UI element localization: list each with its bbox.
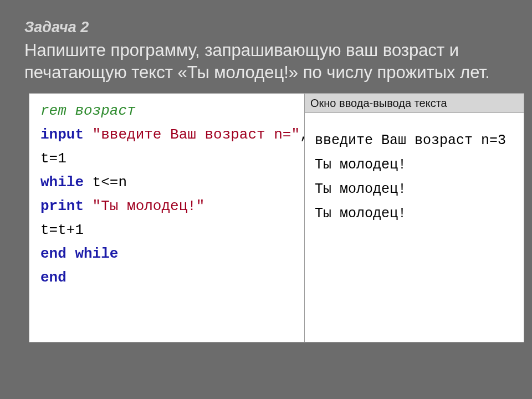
code-line: t=1 (40, 147, 298, 171)
io-column: Окно ввода-вывода текста введите Ваш воз… (305, 93, 524, 342)
code-line: input "введите Ваш возраст n=",n (40, 123, 298, 147)
io-line: Ты молодец! (315, 153, 517, 177)
code-keyword: print (40, 198, 84, 214)
code-line: end while (40, 242, 298, 266)
code-keyword: end while (40, 245, 118, 262)
code-text: t<=n (84, 174, 127, 191)
code-keyword: end (40, 269, 66, 286)
io-line: введите Ваш возраст n=3 (315, 129, 517, 153)
code-text: t=1 (40, 150, 66, 167)
code-comment: rem возраст (40, 103, 136, 119)
task-description: Напишите программу, запрашивающую ваш во… (24, 39, 507, 83)
slide: Задача 2 Напишите программу, запрашивающ… (0, 0, 532, 399)
code-string: "введите Ваш возраст n=" (84, 126, 300, 143)
code-line: rem возраст (40, 99, 298, 123)
io-pane: введите Ваш возраст n=3 Ты молодец! Ты м… (305, 113, 524, 342)
code-keyword: while (40, 174, 84, 191)
io-line: Ты молодец! (315, 177, 517, 202)
task-title: Задача 2 (24, 19, 512, 36)
code-keyword: input (40, 126, 84, 143)
code-line: t=t+1 (40, 218, 298, 242)
code-text: t=t+1 (40, 222, 84, 238)
io-line: Ты молодец! (315, 202, 517, 226)
code-line: print "Ты молодец!" (40, 195, 298, 218)
code-pane: rem возраст input "введите Ваш возраст n… (29, 93, 305, 342)
code-text: ,n (300, 126, 305, 143)
panels: rem возраст input "введите Ваш возраст n… (29, 93, 524, 342)
code-line: end (40, 266, 298, 290)
code-line: while t<=n (40, 171, 298, 195)
code-string: "Ты молодец!" (84, 198, 204, 214)
io-window-title: Окно ввода-вывода текста (305, 93, 524, 113)
